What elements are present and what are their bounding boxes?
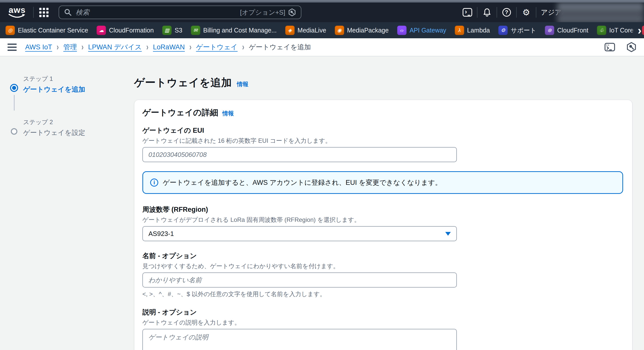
eui-info-alert: i ゲートウェイを追加すると、AWS アカウントに登録され、EUI を変更できな… [142, 171, 623, 194]
app-launcher-icon[interactable] [39, 8, 49, 17]
settings-button[interactable]: ⚙ [517, 8, 536, 17]
page-title: ゲートウェイを追加 [134, 76, 232, 90]
secrets-manager-icon: ⊕ [642, 26, 644, 35]
favorite-support[interactable]: ⚙ サポート [498, 26, 536, 35]
favorite-lambda[interactable]: λ Lambda [455, 26, 490, 35]
favorite-cloudfront[interactable]: ⊛ CloudFront [545, 26, 588, 35]
favorite-mediapackage[interactable]: ◉ MediaPackage [335, 26, 389, 35]
gateway-eui-label: ゲートウェイの EUI [142, 126, 623, 135]
medialive-icon: ◈ [285, 26, 295, 35]
rfregion-field: 周波数帯 (RFRegion) ゲートウェイがデプロイされる LoRa 固有周波… [142, 205, 623, 241]
card-title: ゲートウェイの詳細 [142, 107, 218, 118]
ecs-icon: ◎ [6, 26, 15, 35]
amazon-q-page-icon[interactable] [626, 42, 636, 52]
cloudshell-button[interactable]: › [458, 8, 477, 17]
rfregion-selected-value: AS923-1 [148, 230, 174, 238]
main-panel: ゲートウェイを追加 情報 ゲートウェイの詳細 情報 ゲートウェイの EUI ゲー… [127, 56, 644, 349]
favorite-s3[interactable]: ▥ S3 [162, 26, 182, 35]
breadcrumb-manage[interactable]: 管理 [63, 43, 77, 52]
rfregion-label: 周波数帯 (RFRegion) [142, 205, 623, 214]
favorites-overflow-chevron[interactable]: › [631, 22, 641, 38]
gateway-description-label: 説明 - オプション [142, 308, 623, 317]
favorites-bar: ◎ Elastic Container Service ☁ CloudForma… [0, 22, 644, 38]
help-icon: ? [502, 8, 511, 17]
favorite-medialive[interactable]: ◈ MediaLive [285, 26, 326, 35]
favorite-billing[interactable]: ✉ Billing and Cost Manage... [191, 26, 277, 35]
gateway-description-field: 説明 - オプション ゲートウェイの説明を入力します。 [142, 308, 623, 350]
alert-text: ゲートウェイを追加すると、AWS アカウントに登録され、EUI を変更できなくな… [163, 178, 442, 187]
breadcrumb-current: ゲートウェイを追加 [249, 43, 311, 52]
favorite-iot-core[interactable]: ♧ IoT Core [597, 26, 634, 35]
favorite-elastic-container-service[interactable]: ◎ Elastic Container Service [6, 26, 88, 35]
mediapackage-icon: ◉ [335, 26, 344, 35]
wizard-step-1[interactable]: ステップ 1 ゲートウェイを追加 [10, 75, 127, 94]
cloudfront-icon: ⊛ [545, 26, 554, 35]
gateway-eui-input[interactable] [142, 147, 457, 162]
notifications-button[interactable] [477, 8, 497, 17]
amazon-q-icon [288, 8, 296, 16]
wizard-step-2[interactable]: ステップ 2 ゲートウェイを設定 [10, 118, 127, 137]
api-gateway-icon: ‹› [397, 26, 407, 35]
cloudshell-icon: › [463, 8, 472, 17]
breadcrumb-lorawan[interactable]: LoRaWAN [153, 43, 185, 51]
page-info-link[interactable]: 情報 [237, 80, 248, 88]
step2-radio-icon [11, 128, 17, 135]
breadcrumb-aws-iot[interactable]: AWS IoT [25, 43, 52, 51]
cloudshell-page-icon[interactable] [604, 42, 615, 52]
bell-icon [483, 8, 491, 17]
gateway-eui-desc: ゲートウェイに記載された 16 桁の英数字 EUI コードを入力します。 [142, 137, 623, 145]
header-divider [33, 7, 34, 18]
aws-smile-icon [8, 14, 26, 19]
search-shortcut-hint: [オプション+S] [240, 8, 285, 17]
select-caret-icon [445, 232, 451, 236]
lambda-icon: λ [455, 26, 464, 35]
breadcrumb-bar: AWS IoT › 管理 › LPWAN デバイス › LoRaWAN › ゲー… [0, 38, 644, 56]
search-placeholder: 検索 [76, 8, 240, 17]
breadcrumb-gateways[interactable]: ゲートウェイ [196, 43, 237, 52]
aws-logo-text: aws [9, 6, 25, 14]
side-nav-toggle[interactable] [8, 44, 17, 51]
gateway-name-constraint: <, >、^、#、~、$ 以外の任意の文字を使用して名前を入力します。 [142, 290, 623, 298]
gateway-eui-field: ゲートウェイの EUI ゲートウェイに記載された 16 桁の英数字 EUI コー… [142, 126, 623, 162]
gateway-name-input[interactable] [142, 272, 457, 288]
page-utility-icons [604, 42, 636, 52]
window-top-strip [0, 0, 644, 3]
gateway-name-field: 名前 - オプション 見つけやすくするため、ゲートウェイにわかりやすい名前を付け… [142, 251, 623, 298]
rfregion-select[interactable]: AS923-1 [142, 226, 457, 241]
rfregion-desc: ゲートウェイがデプロイされる LoRa 固有周波数帯 (RFRegion) を選… [142, 216, 623, 224]
gateway-name-label: 名前 - オプション [142, 251, 623, 260]
favorite-secrets-manager[interactable]: ⊕ Secrets Manager [642, 26, 644, 35]
gear-icon: ⚙ [522, 8, 530, 17]
favorite-cloudformation[interactable]: ☁ CloudFormation [97, 26, 154, 35]
aws-logo[interactable]: aws [7, 6, 28, 19]
page-content: ステップ 1 ゲートウェイを追加 ステップ 2 ゲートウェイを設定 ゲートウェイ… [0, 56, 644, 349]
cloudformation-icon: ☁ [97, 26, 106, 35]
breadcrumb: AWS IoT › 管理 › LPWAN デバイス › LoRaWAN › ゲー… [25, 43, 311, 52]
breadcrumb-lpwan-devices[interactable]: LPWAN デバイス [88, 43, 142, 52]
account-info-redacted [557, 3, 644, 23]
help-button[interactable]: ? [497, 8, 516, 17]
support-icon: ⚙ [498, 26, 508, 35]
gateway-description-desc: ゲートウェイの説明を入力します。 [142, 319, 623, 327]
s3-icon: ▥ [162, 26, 172, 35]
aws-console-header: aws 検索 [オプション+S] › [0, 3, 644, 22]
wizard-steps: ステップ 1 ゲートウェイを追加 ステップ 2 ゲートウェイを設定 [0, 56, 127, 349]
favorite-api-gateway[interactable]: ‹› API Gateway [397, 26, 446, 35]
global-search-input[interactable]: 検索 [オプション+S] [59, 6, 301, 19]
gateway-description-textarea[interactable] [142, 329, 457, 350]
card-info-link[interactable]: 情報 [222, 110, 234, 117]
info-icon: i [150, 179, 158, 187]
iot-core-icon: ♧ [597, 26, 606, 35]
gateway-name-desc: 見つけやすくするため、ゲートウェイにわかりやすい名前を付けます。 [142, 262, 623, 270]
step-connector [14, 95, 15, 111]
gateway-details-card: ゲートウェイの詳細 情報 ゲートウェイの EUI ゲートウェイに記載された 16… [134, 100, 632, 350]
billing-icon: ✉ [191, 26, 200, 35]
step1-radio-icon [10, 84, 18, 92]
search-icon [64, 9, 72, 16]
